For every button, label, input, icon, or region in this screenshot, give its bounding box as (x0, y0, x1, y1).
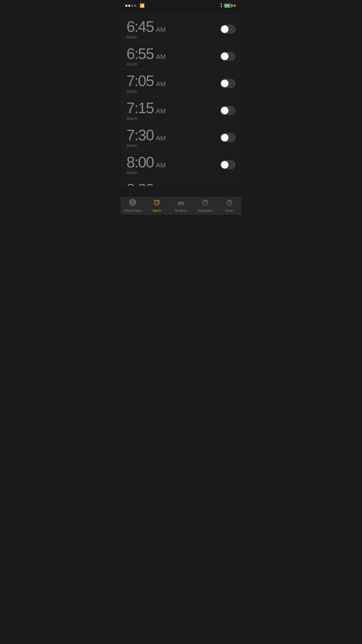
alarm-label: Alarm (126, 170, 166, 175)
alarm-icon (153, 199, 161, 208)
alarm-time-block: 8:00 AM Alarm (126, 155, 166, 175)
alarm-time: 8:00 (126, 155, 154, 170)
alarm-label: Alarm (126, 143, 166, 148)
timer-icon (226, 199, 233, 208)
alarm-ampm: AM (156, 107, 166, 115)
alarm-ampm: AM (156, 80, 166, 88)
toggle-knob (221, 107, 229, 114)
battery-indicator: ⚡ (224, 4, 237, 8)
alarm-ampm: AM (156, 162, 166, 169)
alarm-time-row: 6:55 AM (126, 46, 166, 61)
signal-dot-3 (131, 5, 133, 7)
tab-bar: World Clock Alarm Bedtime (121, 197, 241, 215)
alarm-item[interactable]: 7:05 AM Alarm (121, 70, 241, 97)
alarm-time-row: 7:15 AM (126, 100, 166, 116)
alarm-time-row: 8:00 AM (126, 155, 166, 170)
battery-charging-icon: ⚡ (233, 4, 237, 8)
signal-dot-2 (128, 5, 130, 7)
alarm-time-block: 7:30 AM Alarm (126, 127, 166, 148)
status-left: 📶 (125, 3, 145, 8)
bedtime-label: Bedtime (175, 209, 187, 212)
tab-world-clock[interactable]: World Clock (121, 199, 145, 212)
tab-bedtime[interactable]: Bedtime (169, 199, 193, 212)
tab-alarm[interactable]: Alarm (145, 199, 169, 212)
alarm-label: Alarm (126, 89, 166, 94)
alarm-item[interactable]: 7:30 AM Alarm (121, 124, 241, 151)
alarm-time-block: 6:45 AM Alarm (126, 19, 166, 39)
alarm-time-block: 7:15 AM Alarm (126, 100, 166, 121)
svg-rect-12 (181, 202, 183, 203)
alarm-item[interactable]: 6:55 AM Alarm (121, 43, 241, 70)
alarm-time-row: 8:30 AM (126, 182, 166, 186)
alarm-ampm: AM (156, 26, 166, 34)
alarm-ampm: AM (156, 53, 166, 61)
alarm-time: 8:30 (126, 182, 154, 186)
toggle-knob (221, 161, 229, 169)
alarm-toggle[interactable] (220, 25, 236, 34)
toggle-knob (221, 25, 229, 33)
stopwatch-label: Stopwatch (198, 209, 212, 212)
svg-rect-10 (178, 203, 184, 204)
world-clock-icon (129, 199, 136, 208)
status-bar: 📶 ⚡ (121, 0, 241, 10)
alarm-item[interactable]: 8:30 AM Alarm (121, 178, 241, 186)
battery-body (224, 4, 231, 8)
alarm-label: Alarm (126, 116, 166, 121)
alarm-list: 6:45 AM Alarm 6:55 AM Alarm (121, 15, 241, 186)
toggle-knob (221, 52, 229, 60)
svg-line-19 (207, 201, 208, 201)
battery-fill (225, 4, 230, 7)
svg-line-21 (229, 202, 231, 203)
alarm-time-block: 7:05 AM Alarm (126, 73, 166, 94)
alarm-time-row: 6:45 AM (126, 19, 166, 34)
alarm-label: Alarm (126, 35, 166, 39)
alarm-time-row: 7:30 AM (126, 127, 166, 143)
toggle-knob (221, 80, 229, 87)
alarm-item[interactable]: 7:15 AM Alarm (121, 97, 241, 124)
bluetooth-icon (219, 3, 223, 8)
alarm-item[interactable]: 6:45 AM Alarm (121, 15, 241, 43)
timer-label: Timer (225, 209, 233, 212)
alarm-time-block: 8:30 AM Alarm (126, 182, 166, 186)
stopwatch-icon (201, 199, 209, 208)
alarm-toggle[interactable] (220, 52, 236, 61)
signal-dot-4 (134, 5, 136, 7)
alarm-item[interactable]: 8:00 AM Alarm (121, 151, 241, 178)
alarm-toggle[interactable] (220, 133, 236, 142)
alarm-time-row: 7:05 AM (126, 73, 166, 88)
alarm-label: Alarm (153, 209, 161, 212)
alarm-time-block: 6:55 AM Alarm (126, 46, 166, 66)
alarm-time: 7:15 (126, 100, 154, 116)
bedtime-icon (177, 199, 185, 208)
tab-timer[interactable]: Timer (217, 199, 241, 212)
alarm-label: Alarm (126, 62, 166, 66)
alarm-time: 7:05 (126, 73, 154, 88)
alarm-ampm: AM (156, 134, 166, 142)
tab-stopwatch[interactable]: Stopwatch (193, 199, 217, 212)
signal-dot-1 (125, 5, 127, 7)
alarm-toggle[interactable] (220, 160, 236, 169)
toggle-knob (221, 134, 229, 141)
world-clock-label: World Clock (124, 209, 141, 212)
wifi-icon: 📶 (140, 3, 145, 8)
nav-bar (121, 10, 241, 15)
alarm-toggle[interactable] (220, 106, 236, 115)
status-right: ⚡ (219, 3, 237, 8)
signal-indicator (125, 5, 136, 7)
alarm-time: 7:30 (126, 127, 154, 143)
alarm-toggle[interactable] (220, 79, 236, 88)
alarm-time: 6:45 (126, 19, 154, 34)
alarm-time: 6:55 (126, 46, 154, 61)
